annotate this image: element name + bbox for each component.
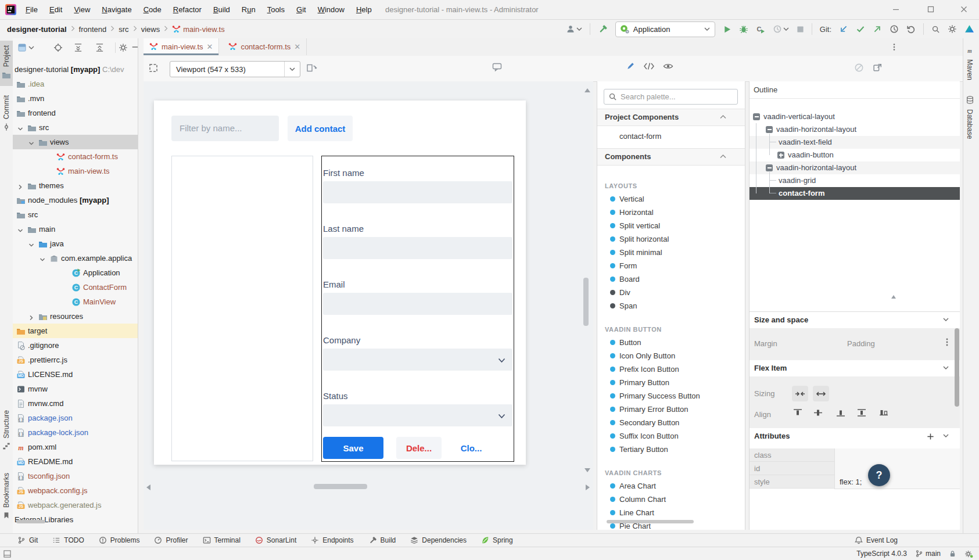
palette-item-primary-success-button[interactable]: Primary Success Button xyxy=(597,389,745,403)
palette-item-split-vertical[interactable]: Split vertical xyxy=(597,219,745,232)
tree-item-src[interactable]: src xyxy=(13,120,138,135)
tree-item-themes[interactable]: themes xyxy=(13,178,138,193)
outline-row-vaadin-grid[interactable]: vaadin-grid xyxy=(750,174,960,187)
editor-tab-contact-form.ts[interactable]: contact-form.ts✕ xyxy=(223,38,307,55)
tree-item-mvnw[interactable]: mvnw xyxy=(13,382,138,396)
tool-strip-tab-project[interactable]: Project xyxy=(0,41,13,86)
tool-window-button-endpoints[interactable]: Endpoints xyxy=(311,536,353,544)
profiler-button[interactable] xyxy=(773,24,789,34)
scroll-left-arrow[interactable] xyxy=(146,484,150,490)
run-with-coverage-button[interactable]: C xyxy=(756,24,765,34)
viewport-select[interactable]: Viewport (547 x 533) xyxy=(170,61,300,77)
palette-item-prefix-icon-button[interactable]: Prefix Icon Button xyxy=(597,362,745,376)
tree-item-mvnw.cmd[interactable]: mvnw.cmd xyxy=(13,396,138,411)
sizing-shrink-button[interactable] xyxy=(792,386,808,401)
tool-window-button-event-log[interactable]: Event Log xyxy=(855,536,898,544)
viewport-frame-icon[interactable] xyxy=(148,63,159,73)
tab-close-icon[interactable]: ✕ xyxy=(207,42,213,51)
outline-expand-icon[interactable] xyxy=(777,152,784,159)
palette-item-icon-only-button[interactable]: Icon Only Button xyxy=(597,349,745,362)
menu-edit[interactable]: Edit xyxy=(44,0,68,19)
tree-item-main-view.ts[interactable]: main-view.ts xyxy=(13,164,138,178)
collapse-all-icon[interactable] xyxy=(95,43,104,52)
palette-item-suffix-icon-button[interactable]: Suffix Icon Button xyxy=(597,429,745,443)
code-mode-icon[interactable] xyxy=(643,62,655,70)
typescript-version[interactable]: TypeScript 4.0.3 xyxy=(856,550,907,558)
palette-item-secondary-button[interactable]: Secondary Button xyxy=(597,416,745,429)
settings-gear-button[interactable] xyxy=(948,24,957,34)
palette-item-span[interactable]: Span xyxy=(597,299,745,313)
more-options-kebab-icon[interactable] xyxy=(944,338,951,347)
menu-window[interactable]: Window xyxy=(312,0,350,19)
menu-file[interactable]: File xyxy=(20,0,44,19)
expand-all-icon[interactable] xyxy=(74,43,83,52)
attribute-name[interactable]: style xyxy=(750,475,834,489)
attribute-name[interactable]: class xyxy=(750,448,834,462)
edit-mode-pencil-icon[interactable] xyxy=(626,62,635,71)
chevron-down-icon[interactable] xyxy=(28,46,34,50)
scroll-up-arrow[interactable] xyxy=(891,295,896,299)
open-in-new-window-icon[interactable] xyxy=(873,63,883,73)
tab-options-kebab-icon[interactable] xyxy=(890,43,898,51)
outline-row-contact-form[interactable]: contact-form xyxy=(750,187,960,200)
form-button-tertiary[interactable]: Clo... xyxy=(454,437,488,459)
section-project-components[interactable]: Project Components xyxy=(597,109,745,126)
tree-item-ContactForm[interactable]: CContactForm xyxy=(13,280,138,295)
menu-code[interactable]: Code xyxy=(138,0,167,19)
palette-item-split-horizontal[interactable]: Split horizontal xyxy=(597,232,745,246)
history-button[interactable] xyxy=(890,24,899,34)
align-top-icon[interactable] xyxy=(792,408,803,417)
vaadin-grid[interactable] xyxy=(171,156,313,461)
tool-window-button-terminal[interactable]: Terminal xyxy=(203,536,241,544)
padding-label[interactable]: Padding xyxy=(847,339,875,348)
tree-item-tsconfig.json[interactable]: { }tsconfig.json xyxy=(13,469,138,483)
rollback-button[interactable] xyxy=(906,24,916,34)
git-push-button[interactable] xyxy=(873,24,882,34)
tree-item-.prettierrc.js[interactable]: JS.prettierrc.js xyxy=(13,353,138,367)
canvas-vscrollbar-thumb[interactable] xyxy=(583,278,589,326)
menu-run[interactable]: Run xyxy=(236,0,261,19)
palette-item-board[interactable]: Board xyxy=(597,272,745,286)
attribute-value[interactable] xyxy=(834,448,960,462)
palette-item-button[interactable]: Button xyxy=(597,336,745,349)
tree-item-target[interactable]: target xyxy=(13,324,138,338)
tool-window-button-git[interactable]: Git xyxy=(17,536,38,544)
field-input[interactable] xyxy=(323,237,512,259)
tree-item-pom.xml[interactable]: mpom.xml xyxy=(13,440,138,454)
tree-item-designer-tutorial[interactable]: designer-tutorial [myapp] C:\dev xyxy=(13,62,138,77)
tool-strip-tab-commit[interactable]: Commit xyxy=(0,91,13,138)
tree-item-views[interactable]: views xyxy=(13,135,138,149)
project-tree-hscrollbar[interactable] xyxy=(16,520,45,523)
menu-navigate[interactable]: Navigate xyxy=(96,0,137,19)
tree-item-package-lock.json[interactable]: { }package-lock.json xyxy=(13,425,138,440)
menu-refactor[interactable]: Refactor xyxy=(167,0,207,19)
palette-item-tertiary-button[interactable]: Tertiary Button xyxy=(597,443,745,456)
tool-window-button-build[interactable]: Build xyxy=(368,536,396,545)
palette-item-split-minimal[interactable]: Split minimal xyxy=(597,246,745,259)
field-input[interactable] xyxy=(323,181,512,203)
menu-view[interactable]: View xyxy=(68,0,96,19)
tree-item-src[interactable]: src xyxy=(13,207,138,222)
maximize-button[interactable] xyxy=(917,0,944,19)
tool-window-button-problems[interactable]: Problems xyxy=(99,536,140,544)
palette-item-column-chart[interactable]: Column Chart xyxy=(597,493,745,506)
tool-window-button-todo[interactable]: TODO xyxy=(52,536,84,544)
outline-collapse-icon[interactable] xyxy=(766,164,773,171)
menu-git[interactable]: Git xyxy=(291,0,312,19)
form-button-primary[interactable]: Save xyxy=(323,437,383,459)
lock-icon[interactable] xyxy=(949,550,956,558)
palette-item-horizontal[interactable]: Horizontal xyxy=(597,206,745,219)
build-hammer-icon[interactable] xyxy=(598,24,608,34)
sizing-expand-button[interactable] xyxy=(813,386,829,401)
palette-item-primary-error-button[interactable]: Primary Error Button xyxy=(597,403,745,416)
git-commit-button[interactable] xyxy=(856,24,865,34)
close-button[interactable] xyxy=(951,0,977,19)
breadcrumb-item[interactable]: frontend xyxy=(79,25,107,34)
align-stretch-icon[interactable] xyxy=(856,408,867,417)
preview-mode-eye-icon[interactable] xyxy=(663,62,673,70)
section-components[interactable]: Components xyxy=(597,148,745,166)
palette-item-area-chart[interactable]: Area Chart xyxy=(597,479,745,493)
section-flex-item[interactable]: Flex Item xyxy=(750,360,960,376)
tree-item-webpack.config.js[interactable]: JSwebpack.config.js xyxy=(13,483,138,498)
tree-item-node_modules[interactable]: node_modules [myapp] xyxy=(13,193,138,207)
